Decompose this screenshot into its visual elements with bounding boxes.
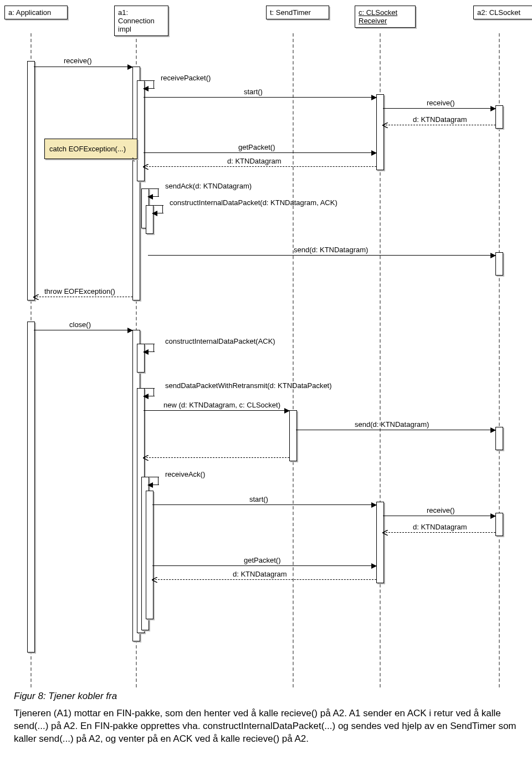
msg-label: receiveAck() — [165, 470, 205, 478]
activation-timer-1 — [289, 410, 297, 461]
activation-recv-1 — [376, 94, 384, 170]
msg-label: getPacket() — [238, 143, 275, 151]
msg-send-1 — [148, 255, 495, 256]
activation-recv-2 — [376, 502, 384, 583]
msg-getPacket-2 — [152, 565, 376, 566]
participant-label: t: SendTimer — [270, 8, 311, 17]
note-eof: catch EOFException(...) — [44, 139, 137, 159]
participant-application: a: Application — [4, 6, 68, 19]
msg-label: send(d: KTNDatagram) — [355, 420, 429, 429]
msg-start-2 — [152, 504, 376, 505]
msg-label: receive() — [64, 57, 92, 65]
msg-label: sendDataPacketWithRetransmit(d: KTNDataP… — [165, 381, 332, 390]
msg-getPacket-1 — [144, 152, 376, 153]
msg-label: receive() — [427, 99, 455, 107]
msg-sendAck — [148, 196, 159, 197]
msg-label: close() — [69, 320, 91, 329]
msg-sendDataPacketWithRetransmit — [144, 396, 155, 396]
activation-sock-3 — [495, 427, 503, 450]
lifeline-timer — [293, 33, 294, 687]
description-paragraph: Tjeneren (A1) mottar en FIN-pakke, som d… — [14, 707, 518, 746]
msg-receive-2 — [383, 108, 495, 109]
activation-app-2 — [27, 322, 35, 652]
participant-label: Receiver — [359, 17, 387, 25]
activation-conn-1d — [146, 205, 154, 234]
participant-clsocket: a2: CLSocket — [473, 6, 532, 19]
msg-label: new (d: KTNDatagram, c: CLSocket) — [163, 401, 280, 409]
msg-label: throw EOFException() — [44, 287, 115, 295]
participant-label: c: CLSocket — [359, 8, 397, 17]
msg-label: start() — [244, 88, 263, 96]
msg-datagram-2 — [144, 166, 376, 167]
activation-sock-4 — [495, 513, 503, 536]
msg-label: d: KTNDatagram — [413, 523, 467, 531]
msg-datagram-4 — [152, 579, 376, 580]
msg-datagram-3 — [383, 532, 495, 533]
msg-new-timer — [144, 410, 289, 411]
participant-sendtimer: t: SendTimer — [266, 6, 329, 19]
msg-label: getPacket() — [244, 556, 280, 564]
msg-receiveAck — [148, 485, 159, 485]
lifeline-sock — [499, 33, 500, 687]
msg-datagram-1 — [383, 125, 495, 125]
participant-connection: a1: Connection impl — [114, 6, 168, 36]
activation-app-1 — [27, 61, 35, 300]
msg-receive-3 — [383, 516, 495, 516]
figure-caption: Figur 8: Tjener kobler fra — [14, 691, 518, 702]
sequence-diagram: a: Application a1: Connection impl t: Se… — [0, 0, 532, 687]
activation-conn-2e — [146, 491, 154, 619]
msg-timer-return — [144, 457, 289, 458]
msg-label: constructInternalDataPacket(d: KTNDatagr… — [170, 198, 337, 207]
msg-label: receive() — [427, 506, 455, 514]
msg-label: start() — [249, 495, 268, 503]
msg-close — [34, 330, 132, 330]
msg-receive — [34, 67, 132, 67]
msg-receivePacket-ret — [144, 88, 155, 89]
msg-label: d: KTNDatagram — [233, 570, 287, 578]
msg-label: d: KTNDatagram — [227, 157, 282, 165]
msg-label: d: KTNDatagram — [413, 115, 467, 124]
msg-throw-eof — [34, 297, 132, 297]
msg-label: send(d: KTNDatagram) — [294, 246, 368, 254]
msg-receivePacket — [144, 80, 155, 81]
msg-label: constructInternalDataPacket(ACK) — [165, 337, 275, 345]
note-text: catch EOFException(...) — [49, 145, 126, 153]
participant-label: impl — [118, 25, 131, 33]
msg-constructIDP-1 — [152, 213, 163, 213]
msg-label: sendAck(d: KTNDatagram) — [165, 182, 252, 190]
msg-constructIDP-2 — [144, 351, 155, 352]
activation-conn-2b — [137, 344, 145, 373]
msg-start-1 — [144, 97, 376, 98]
participant-clsocket-receiver: c: CLSocket Receiver — [355, 6, 416, 28]
participant-label: a1: — [118, 8, 128, 17]
participant-label: a: Application — [8, 8, 51, 17]
participant-label: a2: CLSocket — [477, 8, 520, 17]
msg-send-2 — [296, 430, 495, 430]
msg-label: receivePacket() — [161, 74, 211, 82]
activation-sock-2 — [495, 252, 503, 276]
activation-sock-1 — [495, 105, 503, 129]
participant-label: Connection — [118, 17, 155, 25]
